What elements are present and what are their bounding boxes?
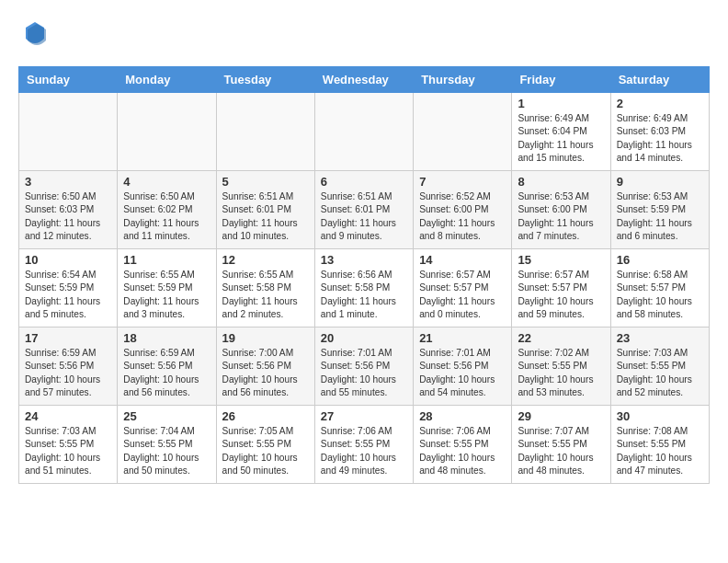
day-info: Sunrise: 6:56 AM Sunset: 5:58 PM Dayligh… [321, 269, 407, 321]
calendar-cell: 4Sunrise: 6:50 AM Sunset: 6:02 PM Daylig… [118, 171, 216, 249]
calendar-table: SundayMondayTuesdayWednesdayThursdayFrid… [18, 66, 710, 484]
day-info: Sunrise: 7:05 AM Sunset: 5:55 PM Dayligh… [222, 425, 309, 477]
weekday-saturday: Saturday [610, 67, 709, 93]
weekday-monday: Monday [118, 67, 216, 93]
page-container: SundayMondayTuesdayWednesdayThursdayFrid… [18, 18, 710, 484]
day-number: 10 [25, 253, 111, 267]
day-info: Sunrise: 6:53 AM Sunset: 6:00 PM Dayligh… [518, 190, 604, 243]
calendar-cell [19, 93, 118, 171]
day-number: 27 [321, 409, 407, 423]
week-row-1: 1Sunrise: 6:49 AM Sunset: 6:04 PM Daylig… [19, 93, 710, 171]
day-number: 2 [617, 97, 703, 110]
day-info: Sunrise: 7:01 AM Sunset: 5:56 PM Dayligh… [419, 347, 506, 399]
day-info: Sunrise: 7:01 AM Sunset: 5:56 PM Dayligh… [321, 347, 407, 399]
day-info: Sunrise: 6:57 AM Sunset: 5:57 PM Dayligh… [518, 269, 604, 321]
day-info: Sunrise: 6:52 AM Sunset: 6:00 PM Dayligh… [419, 190, 506, 243]
calendar-cell: 26Sunrise: 7:05 AM Sunset: 5:55 PM Dayli… [216, 406, 314, 484]
calendar-cell [216, 93, 314, 171]
day-info: Sunrise: 6:57 AM Sunset: 5:57 PM Dayligh… [419, 269, 506, 321]
day-number: 26 [222, 409, 309, 423]
day-number: 5 [222, 175, 309, 189]
day-info: Sunrise: 6:50 AM Sunset: 6:02 PM Dayligh… [123, 190, 210, 243]
calendar-cell: 20Sunrise: 7:01 AM Sunset: 5:56 PM Dayli… [314, 327, 413, 406]
calendar-cell: 8Sunrise: 6:53 AM Sunset: 6:00 PM Daylig… [512, 171, 610, 249]
day-number: 8 [518, 175, 604, 189]
weekday-tuesday: Tuesday [216, 67, 314, 93]
calendar-cell: 9Sunrise: 6:53 AM Sunset: 5:59 PM Daylig… [610, 171, 709, 249]
day-number: 12 [222, 253, 309, 267]
day-number: 21 [419, 331, 506, 345]
week-row-2: 3Sunrise: 6:50 AM Sunset: 6:03 PM Daylig… [19, 171, 710, 249]
day-number: 7 [419, 175, 506, 189]
day-number: 23 [617, 331, 703, 345]
calendar-cell: 21Sunrise: 7:01 AM Sunset: 5:56 PM Dayli… [414, 327, 512, 406]
day-number: 20 [321, 331, 407, 345]
day-number: 24 [25, 409, 111, 423]
day-number: 25 [123, 409, 210, 423]
day-number: 13 [321, 253, 407, 267]
calendar-cell: 18Sunrise: 6:59 AM Sunset: 5:56 PM Dayli… [118, 327, 216, 406]
day-info: Sunrise: 7:04 AM Sunset: 5:55 PM Dayligh… [123, 425, 210, 477]
calendar-cell: 5Sunrise: 6:51 AM Sunset: 6:01 PM Daylig… [216, 171, 314, 249]
day-number: 29 [518, 409, 604, 423]
weekday-wednesday: Wednesday [314, 67, 413, 93]
calendar-cell: 7Sunrise: 6:52 AM Sunset: 6:00 PM Daylig… [414, 171, 512, 249]
day-number: 11 [123, 253, 210, 267]
day-number: 1 [518, 97, 604, 110]
weekday-friday: Friday [512, 67, 610, 93]
calendar-cell: 10Sunrise: 6:54 AM Sunset: 5:59 PM Dayli… [19, 249, 118, 327]
day-info: Sunrise: 7:08 AM Sunset: 5:55 PM Dayligh… [617, 425, 703, 477]
calendar-cell: 23Sunrise: 7:03 AM Sunset: 5:55 PM Dayli… [610, 327, 709, 406]
calendar-cell: 14Sunrise: 6:57 AM Sunset: 5:57 PM Dayli… [414, 249, 512, 327]
day-number: 9 [617, 175, 703, 189]
calendar-cell [118, 93, 216, 171]
day-info: Sunrise: 6:51 AM Sunset: 6:01 PM Dayligh… [222, 190, 309, 243]
day-number: 17 [25, 331, 111, 345]
day-number: 18 [123, 331, 210, 345]
header [18, 18, 710, 52]
day-number: 15 [518, 253, 604, 267]
day-number: 22 [518, 331, 604, 345]
day-info: Sunrise: 6:49 AM Sunset: 6:03 PM Dayligh… [617, 112, 703, 165]
day-info: Sunrise: 7:07 AM Sunset: 5:55 PM Dayligh… [518, 425, 604, 477]
day-info: Sunrise: 6:54 AM Sunset: 5:59 PM Dayligh… [25, 269, 111, 321]
calendar-cell: 27Sunrise: 7:06 AM Sunset: 5:55 PM Dayli… [314, 406, 413, 484]
calendar-cell: 11Sunrise: 6:55 AM Sunset: 5:59 PM Dayli… [118, 249, 216, 327]
day-info: Sunrise: 7:03 AM Sunset: 5:55 PM Dayligh… [617, 347, 703, 399]
day-info: Sunrise: 7:00 AM Sunset: 5:56 PM Dayligh… [222, 347, 309, 399]
day-info: Sunrise: 6:51 AM Sunset: 6:01 PM Dayligh… [321, 190, 407, 243]
day-info: Sunrise: 7:03 AM Sunset: 5:55 PM Dayligh… [25, 425, 111, 477]
week-row-5: 24Sunrise: 7:03 AM Sunset: 5:55 PM Dayli… [19, 406, 710, 484]
week-row-4: 17Sunrise: 6:59 AM Sunset: 5:56 PM Dayli… [19, 327, 710, 406]
weekday-sunday: Sunday [19, 67, 118, 93]
calendar-cell: 16Sunrise: 6:58 AM Sunset: 5:57 PM Dayli… [610, 249, 709, 327]
day-number: 28 [419, 409, 506, 423]
day-number: 3 [25, 175, 111, 189]
logo[interactable] [18, 18, 57, 52]
calendar-cell: 12Sunrise: 6:55 AM Sunset: 5:58 PM Dayli… [216, 249, 314, 327]
calendar-cell: 25Sunrise: 7:04 AM Sunset: 5:55 PM Dayli… [118, 406, 216, 484]
calendar-cell: 19Sunrise: 7:00 AM Sunset: 5:56 PM Dayli… [216, 327, 314, 406]
calendar-cell: 17Sunrise: 6:59 AM Sunset: 5:56 PM Dayli… [19, 327, 118, 406]
day-number: 30 [617, 409, 703, 423]
calendar-cell [414, 93, 512, 171]
day-info: Sunrise: 6:59 AM Sunset: 5:56 PM Dayligh… [25, 347, 111, 399]
day-number: 14 [419, 253, 506, 267]
day-info: Sunrise: 6:59 AM Sunset: 5:56 PM Dayligh… [123, 347, 210, 399]
calendar-cell: 24Sunrise: 7:03 AM Sunset: 5:55 PM Dayli… [19, 406, 118, 484]
day-number: 19 [222, 331, 309, 345]
week-row-3: 10Sunrise: 6:54 AM Sunset: 5:59 PM Dayli… [19, 249, 710, 327]
calendar-cell: 15Sunrise: 6:57 AM Sunset: 5:57 PM Dayli… [512, 249, 610, 327]
day-info: Sunrise: 6:58 AM Sunset: 5:57 PM Dayligh… [617, 269, 703, 321]
calendar-cell: 28Sunrise: 7:06 AM Sunset: 5:55 PM Dayli… [414, 406, 512, 484]
day-number: 4 [123, 175, 210, 189]
logo-icon [18, 18, 51, 52]
calendar-cell: 13Sunrise: 6:56 AM Sunset: 5:58 PM Dayli… [314, 249, 413, 327]
calendar-cell: 29Sunrise: 7:07 AM Sunset: 5:55 PM Dayli… [512, 406, 610, 484]
day-number: 6 [321, 175, 407, 189]
weekday-thursday: Thursday [414, 67, 512, 93]
day-info: Sunrise: 6:50 AM Sunset: 6:03 PM Dayligh… [25, 190, 111, 243]
calendar-cell: 6Sunrise: 6:51 AM Sunset: 6:01 PM Daylig… [314, 171, 413, 249]
calendar-cell: 3Sunrise: 6:50 AM Sunset: 6:03 PM Daylig… [19, 171, 118, 249]
day-info: Sunrise: 7:06 AM Sunset: 5:55 PM Dayligh… [419, 425, 506, 477]
